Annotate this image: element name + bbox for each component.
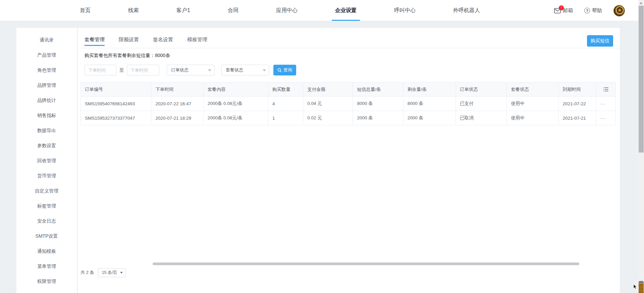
tab-quota-settings[interactable]: 限额设置 [119, 31, 139, 48]
mouse-cursor [633, 284, 637, 290]
sidebar-item-parameter-settings[interactable]: 参数设置 [16, 138, 77, 153]
sidebar-item-notification-template[interactable]: 通知模板 [16, 244, 77, 259]
vertical-scrollbar-thumb[interactable] [639, 6, 644, 153]
sidebar-item-contacts[interactable]: 通讯录 [16, 33, 77, 48]
sms-orders-table: 订单编号 下单时间 套餐内容 购买数量 支付金额 短信总量/条 剩余量/条 订单… [80, 82, 616, 125]
cell-payment-amount: 0.02 元 [303, 111, 353, 125]
package-status-select[interactable]: 套餐状态 [221, 65, 269, 75]
sidebar-item-brand-stats[interactable]: 品牌统计 [16, 93, 77, 108]
sidebar-item-security-log[interactable]: 安全日志 [16, 214, 77, 229]
nav-item-call-center[interactable]: 呼叫中心 [394, 0, 416, 21]
sidebar-item-custom-mgmt[interactable]: 自定义管理 [16, 183, 77, 198]
scroll-up-icon[interactable] [640, 2, 642, 4]
nav-item-leads[interactable]: 线索 [128, 0, 139, 21]
tab-package-mgmt[interactable]: 套餐管理 [85, 31, 105, 48]
cell-quantity: 4 [268, 97, 303, 111]
cell-expiry-date: 2021-07-22 [558, 97, 596, 111]
col-package-content: 套餐内容 [203, 82, 268, 97]
filter-bar: 至 订单状态 套餐状态 查询 [78, 65, 620, 75]
total-count-label: 共 2 条 [80, 270, 94, 276]
col-sms-total: 短信总量/条 [353, 82, 403, 97]
cell-order-number: SMS1595407656142493 [81, 97, 151, 111]
table-row: SMS1595327373377047 2020-07-21 18:29 200… [81, 111, 616, 125]
sidebar-item-data-export[interactable]: 数据导出 [16, 123, 77, 138]
help-button[interactable]: ? 帮助 [584, 7, 602, 14]
search-button-label: 查询 [283, 67, 292, 73]
col-order-number: 订单编号 [81, 82, 151, 97]
sidebar-item-currency-mgmt[interactable]: 货币管理 [16, 168, 77, 183]
nav-item-customers[interactable]: 客户1 [176, 0, 190, 21]
col-package-status: 套餐状态 [507, 82, 558, 97]
nav-item-app-center[interactable]: 应用中心 [276, 0, 298, 21]
search-icon [277, 68, 282, 72]
cell-order-time: 2020-07-22 16:47 [151, 97, 203, 111]
cell-order-status: 已支付 [456, 97, 507, 111]
sidebar-item-product-mgmt[interactable]: 产品管理 [16, 48, 77, 63]
col-expiry-date: 到期时间 [558, 82, 596, 97]
sidebar-item-permission-mgmt[interactable]: 权限管理 [16, 274, 77, 289]
table-horizontal-scrollbar[interactable] [153, 262, 579, 265]
order-time-end-input[interactable] [127, 65, 159, 75]
sidebar-item-sales-metrics[interactable]: 销售指标 [16, 108, 77, 123]
cell-quantity: 1 [268, 111, 303, 125]
row-actions-ellipsis[interactable]: ··· [596, 111, 615, 125]
range-to-label: 至 [119, 65, 124, 75]
chevron-down-icon [263, 69, 266, 71]
buy-sms-button[interactable]: 购买短信 [587, 35, 613, 47]
package-status-value: 套餐状态 [226, 67, 243, 72]
mail-icon: ! [554, 8, 561, 13]
settings-sidebar: 通讯录 产品管理 角色管理 品牌管理 品牌统计 销售指标 数据导出 参数设置 回… [16, 28, 77, 293]
order-time-start-input[interactable] [85, 65, 116, 75]
order-status-select[interactable]: 订单状态 [167, 65, 215, 75]
cell-sms-remaining: 2000 条 [403, 111, 455, 125]
cell-order-time: 2020-07-21 18:29 [151, 111, 203, 125]
table-row: SMS1595407656142493 2020-07-22 16:47 200… [81, 97, 616, 111]
page-size-value: 15 条/页 [102, 270, 117, 275]
nav-item-enterprise-settings[interactable]: 企业设置 [335, 0, 357, 21]
cell-expiry-date: 2021-07-21 [558, 111, 596, 125]
cell-package-status: 使用中 [507, 111, 558, 125]
sidebar-item-role-mgmt[interactable]: 角色管理 [16, 63, 77, 78]
order-status-value: 订单状态 [171, 67, 189, 72]
pagination-bar: 共 2 条 15 条/页 [80, 268, 125, 277]
tab-template-mgmt[interactable]: 模板管理 [187, 31, 207, 48]
col-order-time: 下单时间 [151, 82, 203, 97]
mailbox-button[interactable]: ! 邮箱 [554, 7, 573, 14]
page-vertical-scrollbar[interactable] [638, 0, 644, 293]
cell-sms-remaining: 8000 条 [403, 97, 455, 111]
remaining-sms-summary: 购买套餐包所有套餐剩余短信量：8000条 [85, 53, 170, 59]
top-header: 首页 线索 客户1 合同 应用中心 企业设置 呼叫中心 外呼机器人 ! 邮箱 [0, 0, 638, 21]
search-button[interactable]: 查询 [273, 65, 296, 75]
chevron-down-icon [120, 272, 123, 274]
cell-sms-total: 2000 条 [353, 111, 403, 125]
row-actions-ellipsis[interactable]: ··· [596, 97, 615, 111]
main-nav: 首页 线索 客户1 合同 应用中心 企业设置 呼叫中心 外呼机器人 [0, 0, 518, 21]
cell-order-number: SMS1595327373377047 [81, 111, 151, 125]
nav-item-contracts[interactable]: 合同 [228, 0, 238, 21]
sidebar-item-smtp-settings[interactable]: SMTP设置 [16, 229, 77, 244]
nav-item-outbound-robot[interactable]: 外呼机器人 [453, 0, 480, 21]
sidebar-item-recycle-mgmt[interactable]: 回收管理 [16, 153, 77, 168]
sms-tabs: 套餐管理 限额设置 签名设置 模板管理 [78, 28, 620, 48]
page-size-select[interactable]: 15 条/页 [98, 268, 125, 277]
cell-package-status: 使用中 [507, 97, 558, 111]
cell-package-content: 2000条 0.08元/条 [203, 97, 268, 111]
scrollbar-bottom-marker[interactable] [639, 281, 644, 293]
col-order-status: 订单状态 [456, 82, 507, 97]
tab-signature-settings[interactable]: 签名设置 [153, 31, 173, 48]
user-avatar[interactable] [613, 5, 625, 16]
sidebar-item-brand-mgmt[interactable]: 品牌管理 [16, 78, 77, 93]
sidebar-item-menu-mgmt[interactable]: 菜单管理 [16, 259, 77, 274]
nav-item-home[interactable]: 首页 [80, 0, 91, 21]
content-panel: 套餐管理 限额设置 签名设置 模板管理 购买短信 购买套餐包所有套餐剩余短信量：… [78, 28, 620, 293]
help-label: 帮助 [592, 7, 602, 14]
col-quantity: 购买数量 [268, 82, 303, 97]
app-root: 首页 线索 客户1 合同 应用中心 企业设置 呼叫中心 外呼机器人 ! 邮箱 [0, 0, 644, 293]
table-header-row: 订单编号 下单时间 套餐内容 购买数量 支付金额 短信总量/条 剩余量/条 订单… [81, 82, 616, 97]
cell-sms-total: 8000 条 [353, 97, 403, 111]
chevron-down-icon [208, 69, 211, 71]
column-settings-button[interactable] [596, 82, 615, 97]
sidebar-item-tag-mgmt[interactable]: 标签管理 [16, 198, 77, 214]
mail-badge: ! [559, 5, 564, 10]
header-tools: ! 邮箱 ? 帮助 [554, 0, 625, 21]
